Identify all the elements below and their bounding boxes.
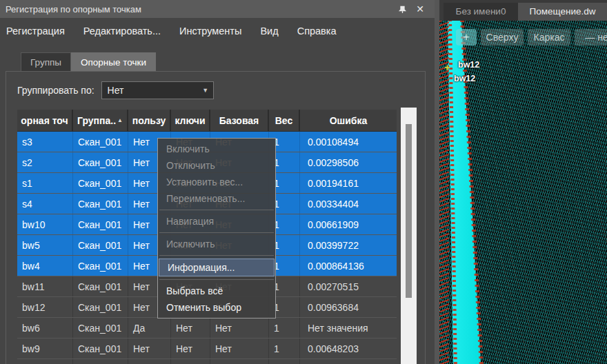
cell-group[interactable]: Скан_001 <box>73 359 128 364</box>
cell-group[interactable]: Скан_001 <box>73 214 128 234</box>
cell-group[interactable]: Скан_001 <box>73 297 128 317</box>
menu-separator <box>159 279 274 280</box>
cell-point-name[interactable]: bw8 <box>17 359 73 364</box>
cell-group[interactable]: Скан_001 <box>73 194 128 214</box>
group-by-row: Группировать по: Нет ▼ <box>17 81 214 99</box>
sort-ascending-icon: ▲ <box>117 117 123 123</box>
cell-error[interactable]: 0.00963684 <box>300 297 397 317</box>
cell-group[interactable]: Скан_001 <box>73 338 128 358</box>
panel-title: Регистрация по опорным точкам <box>0 4 393 14</box>
context-menu: ВключитьОтключитьУстановить вес...Переим… <box>157 138 276 318</box>
close-icon[interactable]: ✕ <box>411 2 429 16</box>
cell-weight[interactable]: 1 <box>269 318 300 338</box>
column-header-weight[interactable]: Вес <box>269 110 300 131</box>
point-label-bw12: bw12 <box>458 60 479 70</box>
cell-base[interactable]: Нет <box>210 318 269 338</box>
cell-point-name[interactable]: bw9 <box>17 338 73 358</box>
menu-help[interactable]: Справка <box>297 26 337 37</box>
cell-error[interactable]: 0.00270515 <box>300 276 397 296</box>
context-menu-item[interactable]: Исключить <box>158 236 275 252</box>
table-header: орная точ Группа.. ▲ пользу ключи Базова… <box>17 110 397 132</box>
cell-point-name[interactable]: bw6 <box>17 318 73 338</box>
table-row[interactable]: bw8 Скан_001 Нет Нет Нет 1 0.00330435 <box>17 359 397 364</box>
viewport-plus-control[interactable]: + <box>456 29 477 46</box>
cell-point-name[interactable]: s4 <box>17 194 73 214</box>
document-tab-unnamed[interactable]: Без имени0 <box>444 3 518 21</box>
cell-group[interactable]: Скан_001 <box>73 235 128 255</box>
cell-user[interactable]: Нет <box>128 359 171 364</box>
cell-enabled[interactable]: Нет <box>171 318 210 338</box>
column-header-error[interactable]: Ошибка <box>300 110 397 131</box>
cell-point-name[interactable]: bw4 <box>17 256 73 276</box>
viewport-visualstyle-control[interactable]: Каркас <box>528 29 570 46</box>
scrollbar-thumb[interactable] <box>406 124 412 298</box>
registration-panel: Регистрация по опорным точкам ✕ Регистра… <box>0 0 435 364</box>
document-tab-room[interactable]: Помещение.dw <box>518 3 607 21</box>
cell-error[interactable]: 0.00334404 <box>300 194 397 214</box>
cell-error[interactable]: 0.00330435 <box>300 359 397 364</box>
cell-error[interactable]: 0.00648203 <box>300 338 397 358</box>
context-menu-item[interactable]: Информация... <box>159 259 275 276</box>
cell-group[interactable]: Скан_001 <box>73 318 128 338</box>
tab-control-points[interactable]: Опорные точки <box>71 52 156 71</box>
column-header-user[interactable]: пользу <box>128 110 171 131</box>
cell-weight[interactable]: 1 <box>269 338 300 358</box>
panel-tabstrip: Группы Опорные точки <box>21 52 156 71</box>
cell-weight[interactable]: 1 <box>269 359 300 364</box>
menu-registration[interactable]: Регистрация <box>6 26 65 37</box>
pin-icon[interactable] <box>393 2 411 16</box>
cell-base[interactable]: Нет <box>210 359 269 364</box>
table-row[interactable]: bw6 Скан_001 Да Нет Нет 1 Нет значения <box>17 318 397 338</box>
menu-view[interactable]: Вид <box>260 26 278 37</box>
column-header-group[interactable]: Группа.. ▲ <box>73 110 128 131</box>
table-row[interactable]: bw9 Скан_001 Нет Нет Нет 1 0.00648203 <box>17 338 397 359</box>
cell-point-name[interactable]: s1 <box>17 173 73 193</box>
cell-point-name[interactable]: s3 <box>17 132 73 152</box>
cell-enabled[interactable]: Нет <box>171 359 210 364</box>
context-menu-item[interactable]: Установить вес... <box>158 174 275 190</box>
cell-error[interactable]: Нет значения <box>300 318 397 338</box>
cell-point-name[interactable]: bw11 <box>17 276 73 296</box>
context-menu-item[interactable]: Отменить выбор <box>158 299 275 316</box>
cell-error[interactable]: 0.00661909 <box>300 214 397 234</box>
cell-base[interactable]: Нет <box>210 338 269 358</box>
cell-error[interactable]: 0.00298506 <box>300 152 397 172</box>
cell-point-name[interactable]: bw5 <box>17 235 73 255</box>
cell-group[interactable]: Скан_001 <box>73 173 128 193</box>
point-label-bw12-2: bw12 <box>454 74 475 83</box>
column-header-enabled[interactable]: ключи <box>171 110 210 131</box>
cell-point-name[interactable]: bw12 <box>17 297 73 317</box>
context-menu-item[interactable]: Навигация <box>158 213 275 230</box>
viewport-view-control[interactable]: Сверху <box>481 29 524 46</box>
cell-group[interactable]: Скан_001 <box>73 152 128 172</box>
cell-group[interactable]: Скан_001 <box>73 256 128 276</box>
tab-groups[interactable]: Группы <box>21 52 71 71</box>
cell-user[interactable]: Нет <box>128 338 171 358</box>
point-marker-crosshair: + <box>444 61 450 73</box>
menu-separator <box>159 210 274 210</box>
cell-enabled[interactable]: Нет <box>171 338 210 358</box>
menu-separator <box>159 232 274 233</box>
cell-error[interactable]: 0.00399722 <box>300 235 397 255</box>
menu-tools[interactable]: Инструменты <box>179 26 241 37</box>
cell-point-name[interactable]: s2 <box>17 152 73 172</box>
context-menu-item[interactable]: Отключить <box>158 157 275 174</box>
cell-group[interactable]: Скан_001 <box>73 132 128 152</box>
cell-error[interactable]: 0.000864136 <box>300 256 397 276</box>
menu-bar: Регистрация Редактировать... Инструменты… <box>0 18 435 44</box>
column-header-base[interactable]: Базовая <box>210 110 269 131</box>
cell-point-name[interactable]: bw10 <box>17 214 73 234</box>
viewport-extra-control[interactable]: — нет <box>575 29 607 46</box>
column-header-point[interactable]: орная точ <box>17 110 73 131</box>
cell-error[interactable]: 0.00108494 <box>300 132 397 152</box>
vertical-scrollbar[interactable] <box>401 108 417 364</box>
menu-edit[interactable]: Редактировать... <box>83 26 161 37</box>
context-menu-item[interactable]: Переименовать... <box>158 190 275 207</box>
context-menu-item[interactable]: Выбрать всё <box>158 283 275 299</box>
point-cloud-canvas[interactable]: + Сверху Каркас — нет + bw12 bw12 <box>439 21 607 364</box>
cell-user[interactable]: Да <box>128 318 171 338</box>
group-by-dropdown[interactable]: Нет ▼ <box>101 81 214 99</box>
cell-error[interactable]: 0.00194161 <box>300 173 397 193</box>
context-menu-item[interactable]: Включить <box>158 141 275 157</box>
cell-group[interactable]: Скан_001 <box>73 276 128 296</box>
